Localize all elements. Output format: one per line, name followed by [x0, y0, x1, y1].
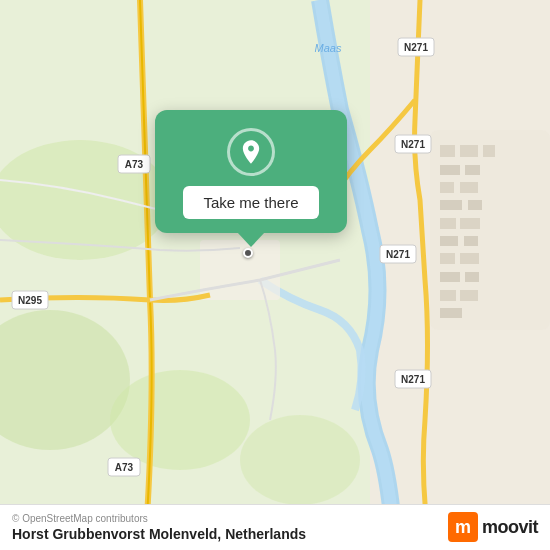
svg-rect-23	[460, 253, 479, 264]
svg-rect-24	[440, 272, 460, 282]
location-pin-icon	[237, 138, 265, 166]
svg-rect-11	[483, 145, 495, 157]
svg-rect-10	[460, 145, 478, 157]
svg-rect-28	[440, 308, 462, 318]
svg-rect-27	[460, 290, 478, 301]
svg-rect-20	[440, 236, 458, 246]
svg-rect-21	[464, 236, 478, 246]
moovit-logo-icon: m	[448, 512, 478, 542]
map-background: A73 A73 N271 N271 N271 N271 N295 Maas	[0, 0, 550, 550]
svg-rect-9	[440, 145, 455, 157]
svg-rect-13	[465, 165, 480, 175]
svg-rect-15	[460, 182, 478, 193]
svg-point-4	[110, 370, 250, 470]
map-container: A73 A73 N271 N271 N271 N271 N295 Maas Ta…	[0, 0, 550, 550]
map-center-marker	[243, 248, 253, 258]
svg-rect-12	[440, 165, 460, 175]
svg-rect-19	[460, 218, 480, 229]
svg-rect-14	[440, 182, 454, 193]
svg-text:A73: A73	[125, 159, 144, 170]
location-popup[interactable]: Take me there	[155, 110, 347, 233]
svg-rect-25	[465, 272, 479, 282]
svg-rect-17	[468, 200, 482, 210]
svg-text:N271: N271	[386, 249, 410, 260]
svg-rect-22	[440, 253, 455, 264]
svg-point-5	[240, 415, 360, 505]
moovit-logo: m moovit	[448, 512, 538, 542]
svg-text:A73: A73	[115, 462, 134, 473]
svg-text:N295: N295	[18, 295, 42, 306]
svg-rect-18	[440, 218, 456, 229]
moovit-logo-text: moovit	[482, 517, 538, 538]
svg-rect-26	[440, 290, 456, 301]
svg-text:N271: N271	[404, 42, 428, 53]
svg-text:Maas: Maas	[315, 42, 342, 54]
take-me-there-button[interactable]: Take me there	[183, 186, 318, 219]
pin-icon-container	[227, 128, 275, 176]
svg-text:N271: N271	[401, 374, 425, 385]
svg-rect-16	[440, 200, 462, 210]
svg-text:N271: N271	[401, 139, 425, 150]
